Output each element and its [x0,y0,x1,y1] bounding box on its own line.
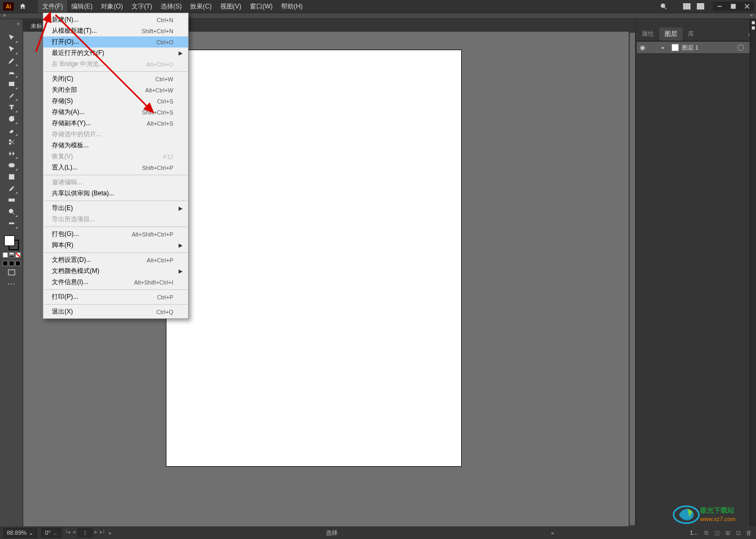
layer-name[interactable]: 图层 1 [682,44,734,52]
tool-type[interactable] [5,101,18,113]
menu-item-2[interactable]: 打开(O)...Ctrl+O [43,36,188,48]
svg-rect-2 [683,3,685,10]
screen-mode[interactable] [8,269,15,276]
color-mode-none[interactable] [15,252,21,258]
menu-object[interactable]: 对象(O) [97,0,127,13]
tools-collapse-icon[interactable]: » [17,21,20,26]
color-mode-gradient[interactable] [9,252,14,258]
tool-rectangle[interactable] [5,78,18,90]
menu-type[interactable]: 文字(T) [127,0,156,13]
menu-file[interactable]: 文件(F) [38,0,67,13]
menu-item-22[interactable]: 打包(G)...Alt+Shift+Ctrl+P [43,229,188,240]
menu-item-6[interactable]: 关闭(C)Ctrl+W [43,73,188,84]
tool-paintbrush[interactable] [5,90,18,101]
tool-blend[interactable] [5,194,18,206]
menu-item-19[interactable]: 导出(E)▶ [43,203,188,214]
tool-zoom[interactable] [5,206,18,218]
sb-trash-icon[interactable]: 🗑 [744,529,753,536]
menu-item-14[interactable]: 置入(L)...Shift+Ctrl+P [43,162,188,173]
tool-pen[interactable] [5,55,18,67]
menu-effect[interactable]: 效果(C) [186,0,216,13]
artboard-nav[interactable]: I◂◂ 1 ▸▸I [66,528,105,537]
menu-item-9[interactable]: 存储为(A)...Shift+Ctrl+S [43,107,188,118]
search-button[interactable] [657,2,670,11]
svg-rect-18 [12,199,14,202]
menu-item-17[interactable]: 共享以供审阅 (Beta)... [43,188,188,199]
statusbar: 88.89%⌄ 0°⌄ I◂◂ 1 ▸▸I ▸ 选择 ▸ 1... ⧉ ◫ ⊞ … [0,526,756,539]
layer-count: 1... [690,529,698,536]
color-well[interactable] [4,235,19,250]
visibility-eye-icon[interactable]: ◉ [640,44,645,51]
menu-help[interactable]: 帮助(H) [277,0,307,13]
menu-item-8[interactable]: 存储(S)Ctrl+S [43,96,188,107]
control-bar-collapse-left[interactable]: » [3,13,6,18]
menu-item-10[interactable]: 存储副本(Y)...Alt+Ctrl+S [43,118,188,129]
tool-curvature[interactable] [5,67,18,78]
layer-target-icon[interactable] [738,44,744,51]
control-bar-collapse-right[interactable]: « [750,13,753,18]
menu-item-12[interactable]: 存储为模板... [43,140,188,151]
sb-icon-4[interactable]: ⊡ [734,529,742,536]
window-minimize[interactable] [713,2,726,11]
window-close[interactable] [740,2,754,11]
sb-icon-2[interactable]: ◫ [713,529,721,536]
tool-direct-selection[interactable] [5,43,18,55]
tool-scissors[interactable] [5,136,18,148]
fill-swatch[interactable] [4,235,15,246]
artboard[interactable] [166,50,462,467]
rotate-field[interactable]: 0°⌄ [41,528,61,538]
menu-item-25[interactable]: 文档设置(D)...Alt+Ctrl+P [43,254,188,266]
workspace-switcher-icon[interactable] [694,2,707,11]
svg-point-19 [9,209,13,213]
tool-width[interactable] [5,148,18,159]
sb-icon-1[interactable]: ⧉ [702,529,711,536]
arrange-panels-icon[interactable] [680,2,694,11]
draw-normal[interactable] [3,261,8,266]
layer-row[interactable]: ◉ ▸ 图层 1 [636,41,756,54]
scrollbar-vertical[interactable] [629,32,636,526]
menu-edit[interactable]: 编辑(E) [67,0,97,13]
page-number[interactable]: 1 [83,529,87,536]
layer-twisty-icon[interactable]: ▸ [662,45,668,50]
menu-item-27[interactable]: 文件信息(I)...Alt+Shift+Ctrl+I [43,277,188,288]
svg-rect-11 [9,82,14,86]
sb-icon-3[interactable]: ⊞ [723,529,732,536]
panel-tab-properties[interactable]: 属性 [636,27,659,41]
draw-behind[interactable] [9,261,14,266]
menu-view[interactable]: 视图(V) [216,0,246,13]
tool-mesh[interactable] [5,171,18,183]
color-mode-solid[interactable] [3,252,8,258]
home-button[interactable] [18,2,27,11]
layers-panel: ◉ ▸ 图层 1 [636,41,756,54]
menu-item-0[interactable]: 新建(N)...Ctrl+N [43,14,188,25]
collapsed-dock[interactable] [750,19,756,526]
menu-item-3[interactable]: 最近打开的文件(F)▶ [43,48,188,59]
draw-inside[interactable] [15,261,21,266]
menu-item-23[interactable]: 脚本(R)▶ [43,240,188,251]
menu-item-7[interactable]: 关闭全部Alt+Ctrl+W [43,84,188,96]
tool-shape-builder[interactable] [5,159,18,171]
menu-item-31[interactable]: 退出(X)Ctrl+Q [43,306,188,317]
tool-selection[interactable] [5,32,18,43]
tool-rotate[interactable] [5,113,18,125]
tool-eyedropper[interactable] [5,183,18,194]
panel-tab-layers[interactable]: 图层 [659,27,683,41]
menu-item-29[interactable]: 打印(P)...Ctrl+P [43,291,188,302]
file-menu-dropdown: 新建(N)...Ctrl+N从模板新建(T)...Shift+Ctrl+N打开(… [43,13,189,319]
tool-gradient-annotator[interactable] [5,218,18,229]
menu-item-20: 导出所选项目... [43,214,188,225]
menu-select[interactable]: 选择(S) [156,0,186,13]
window-maximize[interactable] [726,2,740,11]
menu-window[interactable]: 窗口(W) [246,0,277,13]
svg-rect-21 [9,223,14,224]
tools-edit[interactable]: ⋯ [7,280,15,288]
tool-hint: 选择 [116,529,547,537]
menu-item-1[interactable]: 从模板新建(T)...Shift+Ctrl+N [43,25,188,36]
panel-tab-libraries[interactable]: 库 [683,27,699,41]
svg-rect-22 [8,270,15,275]
zoom-field[interactable]: 88.89%⌄ [3,528,37,538]
menu-item-26[interactable]: 文档颜色模式(M)▶ [43,266,188,277]
svg-rect-6 [698,5,703,8]
tool-eraser[interactable] [5,125,18,136]
menu-item-13: 恢复(V)F12 [43,151,188,162]
